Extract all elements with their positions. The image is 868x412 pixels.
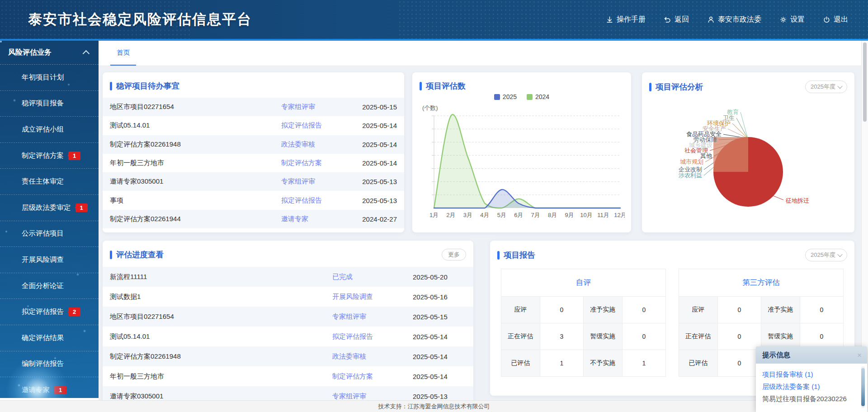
close-icon[interactable]: ×: [857, 351, 862, 359]
status-link[interactable]: 拟定评估报告: [332, 332, 413, 341]
list-item: 制定评估方案02261948政法委审核2025-05-14: [103, 346, 473, 366]
status-link[interactable]: 邀请专家: [281, 215, 350, 223]
status-link[interactable]: 拟定评估报告: [281, 196, 350, 205]
project-name: 地区市项目02271654: [110, 103, 281, 111]
list-item: 地区市项目02271654专家组评审2025-05-15: [103, 307, 473, 327]
sidebar-item-13[interactable]: 邀请专家1: [0, 377, 99, 398]
svg-text:8月: 8月: [548, 212, 557, 218]
sidebar-item-label: 拟定评估报告: [22, 307, 64, 317]
area-chart: 1月2月3月4月5月6月7月8月9月10月11月12月: [419, 112, 625, 226]
legend-label: 2025: [503, 93, 517, 100]
header-menu-user[interactable]: 泰安市政法委: [707, 15, 761, 24]
report-cell: 0: [622, 323, 665, 350]
status-link[interactable]: 专家组评审: [281, 103, 350, 111]
sidebar-item-4[interactable]: 制定评估方案1: [0, 143, 99, 169]
menu-label: 退出: [834, 15, 848, 24]
legend-swatch: [527, 94, 533, 100]
pie-chart: [642, 72, 854, 232]
list-item: 制定评估方案02261948政法委审核2025-05-14: [103, 135, 404, 154]
header-menu: 操作手册返回泰安市政法委设置退出: [606, 0, 848, 39]
sidebar-item-2[interactable]: 稳评项目报备: [0, 91, 99, 117]
status-link[interactable]: 开展风险调查: [332, 293, 413, 301]
page-footer: 技术支持：江苏海盟金网信息技术有限公司: [0, 400, 868, 412]
legend-item-2025[interactable]: 2025: [494, 93, 517, 100]
status-link[interactable]: 已完成: [332, 273, 413, 281]
popup-link[interactable]: 层级政法委备案 (1): [762, 380, 857, 393]
sidebar-item-6[interactable]: 层级政法委审定1: [0, 195, 99, 221]
year-filter-dropdown[interactable]: 2025年度: [805, 249, 847, 261]
header-menu-return[interactable]: 返回: [664, 15, 689, 24]
status-link[interactable]: 制定评估方案: [281, 159, 350, 167]
report-cell: 1: [622, 350, 665, 377]
project-name: 制定评估方案02261948: [110, 140, 281, 149]
svg-text:2月: 2月: [446, 212, 455, 218]
sidebar-item-12[interactable]: 编制评估报告: [0, 351, 99, 378]
date-text: 2025-05-14: [350, 159, 397, 167]
project-name: 事项: [110, 196, 281, 205]
return-icon: [664, 16, 671, 24]
chevron-up-icon: [83, 50, 90, 57]
card-title: 项目报告: [504, 250, 805, 260]
legend-label: 2024: [535, 93, 549, 100]
status-link[interactable]: 专家组评审: [332, 313, 413, 321]
svg-text:11月: 11月: [597, 212, 609, 218]
sidebar-item-11[interactable]: 确定评估结果: [0, 325, 99, 351]
more-button[interactable]: 更多: [442, 249, 466, 260]
svg-text:12月: 12月: [614, 212, 625, 218]
sidebar-sparkles: [0, 41, 2, 43]
header-menu-download[interactable]: 操作手册: [606, 15, 646, 24]
report-table-title: 第三方评估: [679, 269, 844, 297]
sidebar-item-5[interactable]: 责任主体审定: [0, 169, 99, 195]
project-name: 年初一般三方地市: [110, 372, 332, 381]
page-scrollbar-thumb[interactable]: [863, 43, 867, 122]
report-cell: 3: [540, 323, 583, 350]
popup-link[interactable]: 项目报备审核 (1): [762, 368, 857, 380]
sidebar-item-7[interactable]: 公示评估项目: [0, 221, 99, 247]
title-bar-accent: [110, 251, 112, 259]
menu-label: 泰安市政法委: [718, 15, 761, 24]
sidebar-item-10[interactable]: 拟定评估报告2: [0, 299, 99, 325]
sidebar-section-risk-assessment[interactable]: 风险评估业务: [0, 41, 99, 65]
date-text: 2025-05-14: [413, 373, 466, 380]
gear-icon: [779, 16, 787, 24]
header-menu-power[interactable]: 退出: [823, 15, 848, 24]
notification-popup: 提示信息 × 项目报备审核 (1)层级政法委备案 (1)简易过往项目报备2023…: [756, 346, 867, 412]
tab-home[interactable]: 首页: [110, 41, 136, 66]
report-cell: 0: [717, 350, 761, 377]
sidebar-item-label: 年初项目计划: [22, 73, 64, 82]
pending-items-list: 地区市项目02271654专家组评审2025-05-15测试05.14.01拟定…: [103, 96, 404, 228]
sidebar-item-3[interactable]: 成立评估小组: [0, 117, 99, 143]
sidebar-item-1[interactable]: 年初项目计划: [0, 65, 99, 91]
svg-text:6月: 6月: [514, 212, 523, 218]
status-link[interactable]: 专家组评审: [332, 392, 413, 401]
date-text: 2025-05-14: [350, 122, 397, 129]
popup-body: 项目报备审核 (1)层级政法委备案 (1)简易过往项目报备20230226: [756, 364, 867, 405]
status-link[interactable]: 政法委审核: [332, 352, 413, 361]
sidebar-item-8[interactable]: 开展风险调查: [0, 247, 99, 273]
header-menu-gear[interactable]: 设置: [779, 15, 805, 24]
card-pending-items: 稳评项目待办事宜 地区市项目02271654专家组评审2025-05-15测试0…: [103, 72, 404, 232]
title-bar-accent: [110, 82, 112, 90]
card-progress-view: 评估进度查看 更多 新流程11111已完成2025-05-20测试数据1开展风险…: [103, 241, 473, 407]
project-name: 测试数据1: [110, 293, 332, 301]
status-link[interactable]: 制定评估方案: [332, 372, 413, 381]
report-cell: 0: [717, 297, 761, 323]
legend-item-2024[interactable]: 2024: [527, 93, 549, 100]
date-text: 2025-05-15: [413, 313, 466, 321]
status-link[interactable]: 专家组评审: [281, 177, 350, 186]
list-item: 制定评估方案02261944邀请专家2024-02-27: [103, 210, 404, 228]
menu-label: 操作手册: [617, 15, 646, 24]
status-link[interactable]: 拟定评估报告: [281, 121, 350, 130]
date-text: 2025-05-13: [413, 393, 466, 400]
report-cell: 已评估: [679, 350, 718, 377]
list-item: 新流程11111已完成2025-05-20: [103, 267, 473, 287]
footer-text: 技术支持：江苏海盟金网信息技术有限公司: [378, 403, 490, 411]
pie-label-涉农利益: 涉农利益: [679, 171, 702, 180]
sidebar-item-9[interactable]: 全面分析论证: [0, 273, 99, 299]
report-cell: 已评估: [501, 350, 540, 377]
status-link[interactable]: 政法委审核: [281, 140, 350, 149]
tab-bar: 首页: [99, 41, 862, 66]
svg-text:7月: 7月: [531, 212, 540, 218]
legend-swatch: [494, 94, 500, 100]
popup-scrollbar-thumb[interactable]: [861, 368, 865, 406]
